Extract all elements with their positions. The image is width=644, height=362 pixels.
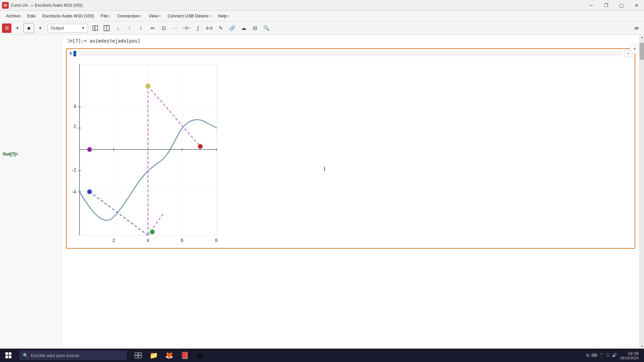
tray-icon-2: ⌨ <box>591 353 597 358</box>
box-btn[interactable]: ⊡ <box>158 23 169 33</box>
start-button[interactable] <box>0 349 17 362</box>
settings-dropdown[interactable]: ▼ <box>12 23 23 33</box>
svg-rect-0 <box>93 26 95 31</box>
graph-area: 2 4 6 8 4 2 -2 -4 <box>67 58 635 248</box>
doc-btn[interactable]: ⊟ <box>250 23 260 33</box>
menu-bar: Archivo Edic Escritorio Aules W10 (VDI) … <box>0 11 644 21</box>
magenta-dot[interactable] <box>87 147 92 152</box>
toolbar: ⚙ ▼ ■ ▼ Output ▼ ↓ ↑ ↕ ⇔ ⊡ ··· ⊣⊢ ∫ $×$ … <box>0 21 644 35</box>
taskbar-firefox[interactable]: 🦊 <box>162 349 176 362</box>
green-dot[interactable] <box>150 230 155 234</box>
svg-rect-1 <box>95 26 98 31</box>
taskbar-search[interactable]: 🔍 Escribe aquí para buscar. <box>19 351 127 360</box>
close-button[interactable]: ✕ <box>629 0 644 11</box>
taskbar-settings[interactable]: ⚙ <box>193 349 207 362</box>
svg-text:-4: -4 <box>72 189 76 194</box>
main-content: Out[7]= ℐn[7]:= animdestejado[pos] + t + <box>0 35 644 349</box>
output-dropdown[interactable]: Output ▼ <box>48 24 88 33</box>
connection-arrow-icon: ▾ <box>140 14 142 18</box>
menu-connect-usb[interactable]: Connect USB Device ▾ <box>164 12 214 20</box>
svg-text:4: 4 <box>73 104 76 109</box>
taskbar-pdf[interactable]: 📕 <box>177 349 192 362</box>
svg-text:2: 2 <box>112 238 115 243</box>
menu-archivo[interactable]: Archivo <box>3 12 24 20</box>
graph-svg: 2 4 6 8 4 2 -2 -4 <box>69 61 224 245</box>
integrate-btn[interactable]: ∫ <box>193 23 203 33</box>
tray-icon-3: 📱 <box>599 353 604 358</box>
stop-button[interactable]: ■ <box>23 23 34 33</box>
up-arrow-btn[interactable]: ↑ <box>124 23 135 33</box>
menu-file[interactable]: File ▾ <box>98 12 114 20</box>
menu-help[interactable]: Help ▾ <box>214 12 233 20</box>
code-output-text: ℐn[7]:= animdestejado[pos] <box>67 38 141 44</box>
title-bar: M Curso-24- — Escritorio Aules W10 (VDI)… <box>0 0 644 11</box>
multiply-btn[interactable]: $×$ <box>204 23 215 33</box>
svg-text:-2: -2 <box>72 167 76 173</box>
taskbar: 🔍 Escribe aquí para buscar. 📁 🦊 📕 ⚙ ⊟ ⌨ … <box>0 349 644 362</box>
svg-text:8: 8 <box>215 238 218 243</box>
app-icon: M <box>2 2 9 9</box>
red-dot[interactable] <box>198 144 203 149</box>
clock-date: 08/10/2024 <box>620 356 639 360</box>
scroll-thumb[interactable] <box>640 43 644 60</box>
clock-time: 18:39 <box>620 351 639 356</box>
tray-icon-1: ⊟ <box>586 353 589 358</box>
collapse-btn[interactable]: ≫ <box>631 23 642 33</box>
cloud-btn[interactable]: ☁ <box>238 23 249 33</box>
link-btn[interactable]: 🔗 <box>227 23 237 33</box>
svg-rect-31 <box>9 352 11 355</box>
taskbar-apps: 📁 🦊 📕 ⚙ <box>131 349 207 362</box>
system-tray: ⊟ ⌨ 📱 ☐ 🔊 <box>584 353 619 358</box>
arrows-btn[interactable]: ⇔ <box>147 23 158 33</box>
taskbar-taskview[interactable] <box>131 349 146 362</box>
right-scrollbar[interactable]: ▲ ▼ <box>639 35 644 349</box>
taskbar-right: ⊟ ⌨ 📱 ☐ 🔊 18:39 08/10/2024 <box>584 351 644 360</box>
menu-desktop[interactable]: Escritorio Aules W10 (VDI) <box>39 12 98 20</box>
bracket-btn[interactable] <box>90 23 101 33</box>
input-cursor <box>73 51 76 56</box>
help-arrow-icon: ▾ <box>228 14 229 18</box>
input-label: t <box>69 51 72 56</box>
svg-rect-33 <box>9 356 11 358</box>
window-controls: ─ ❐ ▢ ✕ <box>584 0 644 11</box>
cell-container: + t + <box>66 48 635 249</box>
stop-dropdown[interactable]: ▼ <box>35 23 46 33</box>
scroll-down-arrow[interactable]: ▼ <box>640 344 644 349</box>
svg-rect-35 <box>139 353 142 355</box>
restore-button[interactable]: ❐ <box>599 0 614 11</box>
menu-view[interactable]: View ▾ <box>145 12 164 20</box>
taskbar-explorer[interactable]: 📁 <box>146 349 161 362</box>
left-gutter: Out[7]= <box>0 35 62 349</box>
edit-btn[interactable]: ✎ <box>215 23 226 33</box>
yellow-dot[interactable] <box>146 84 150 88</box>
menu-edic[interactable]: Edic <box>24 12 39 20</box>
scroll-up-arrow[interactable]: ▲ <box>640 35 644 40</box>
search-btn[interactable]: 🔍 <box>261 23 272 33</box>
tray-icon-4: ☐ <box>606 353 610 358</box>
down-arrow-btn[interactable]: ↓ <box>113 23 123 33</box>
file-arrow-icon: ▾ <box>109 14 110 18</box>
usb-arrow-icon: ▾ <box>209 14 211 18</box>
svg-rect-30 <box>5 352 8 355</box>
svg-text:6: 6 <box>181 238 183 243</box>
svg-text:2: 2 <box>73 124 76 129</box>
inout-btn[interactable]: ⊣⊢ <box>181 23 192 33</box>
clock: 18:39 08/10/2024 <box>620 351 641 360</box>
view-arrow-icon: ▾ <box>159 14 161 18</box>
menu-connection[interactable]: Connection ▾ <box>114 12 145 20</box>
scroll-track[interactable] <box>640 40 644 344</box>
split-btn[interactable] <box>101 23 112 33</box>
svg-rect-32 <box>5 356 8 358</box>
code-output-line: ℐn[7]:= animdestejado[pos] <box>62 35 639 47</box>
maximize-button[interactable]: ▢ <box>614 0 629 11</box>
out-label: Out[7]= <box>0 38 62 157</box>
settings-button[interactable]: ⚙ <box>2 23 11 33</box>
cell-add-button[interactable]: + <box>630 44 639 54</box>
svg-rect-34 <box>135 353 138 355</box>
minimize-button[interactable]: ─ <box>584 0 599 11</box>
window-title: Curso-24- — Escritorio Aules W10 (VDI) <box>11 3 584 8</box>
output-dropdown-arrow: ▼ <box>82 26 85 30</box>
dynamic-btn[interactable]: ↕ <box>136 23 146 33</box>
more-btn[interactable]: ··· <box>170 23 180 33</box>
blue-dot[interactable] <box>87 189 92 194</box>
